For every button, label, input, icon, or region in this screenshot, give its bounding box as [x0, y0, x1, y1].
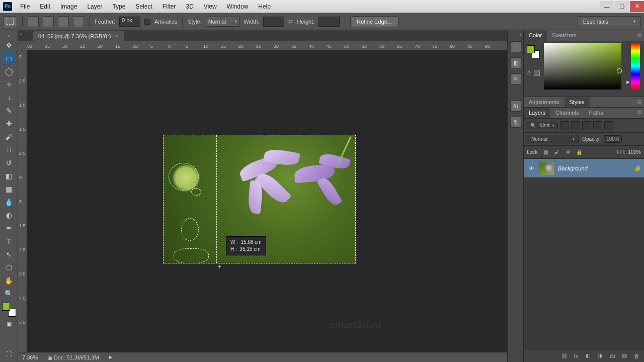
- stamp-tool-icon[interactable]: ⎍: [3, 144, 15, 156]
- toolbox-collapse-icon[interactable]: »: [0, 33, 18, 38]
- layer-visibility-icon[interactable]: 👁: [527, 165, 535, 171]
- hue-slider[interactable]: [631, 43, 640, 89]
- layers-empty-area[interactable]: [524, 178, 644, 349]
- menu-edit[interactable]: Edit: [35, 1, 55, 12]
- style-select[interactable]: Normal: [206, 17, 239, 27]
- character-panel-icon[interactable]: A|: [510, 101, 521, 112]
- opacity-input[interactable]: 100%: [604, 135, 622, 143]
- dock-expand-icon[interactable]: ◂: [519, 32, 521, 37]
- status-menu-icon[interactable]: ▶: [109, 355, 112, 359]
- history-brush-tool-icon[interactable]: ↺: [3, 157, 15, 169]
- fill-input[interactable]: 100%: [628, 149, 641, 155]
- menu-select[interactable]: Select: [130, 1, 157, 12]
- foreground-color-swatch[interactable]: [527, 45, 535, 53]
- ruler-horizontal[interactable]: 6035302520151050510152025303540455055606…: [18, 41, 507, 50]
- dock-collapse-icon[interactable]: «: [20, 32, 22, 37]
- layer-fx-icon[interactable]: fx: [572, 351, 581, 360]
- path-selection-tool-icon[interactable]: ↖: [3, 248, 15, 260]
- lock-all-icon[interactable]: 🔒: [575, 148, 583, 156]
- menu-help[interactable]: Help: [253, 1, 276, 12]
- color-swatch-pair[interactable]: [527, 45, 540, 58]
- tab-color[interactable]: Color: [524, 30, 547, 41]
- gamut-warning-icon[interactable]: ⚠: [527, 69, 540, 76]
- width-input[interactable]: [263, 17, 284, 27]
- blend-mode-select[interactable]: Normal: [527, 135, 579, 143]
- blur-tool-icon[interactable]: 💧: [3, 196, 15, 208]
- layer-group-icon[interactable]: 🗀: [608, 351, 617, 360]
- filter-shape-icon[interactable]: [593, 121, 602, 130]
- layer-mask-icon[interactable]: ◐: [584, 351, 593, 360]
- filter-type-icon[interactable]: [582, 121, 591, 130]
- marquee-tool-icon[interactable]: ▭: [3, 52, 15, 64]
- window-close-button[interactable]: ✕: [630, 1, 644, 12]
- workspace-select[interactable]: Essentials: [578, 16, 641, 27]
- zoom-tool-icon[interactable]: 🔍: [3, 288, 15, 300]
- layer-row[interactable]: 👁 Background 🔒: [524, 159, 644, 178]
- magic-wand-tool-icon[interactable]: ✧: [3, 78, 15, 90]
- window-maximize-button[interactable]: ▢: [615, 1, 629, 12]
- filter-smart-icon[interactable]: [604, 121, 613, 130]
- layer-lock-icon[interactable]: 🔒: [634, 165, 641, 171]
- canvas[interactable]: W : 15,08 cm H : 35,15 cm + smart2d.ru: [27, 50, 507, 352]
- pen-tool-icon[interactable]: ✒: [3, 222, 15, 234]
- link-layers-icon[interactable]: ⛓: [559, 351, 569, 360]
- move-tool-icon[interactable]: ✥: [3, 39, 15, 51]
- selection-subtract-icon[interactable]: [58, 16, 69, 27]
- layer-name[interactable]: Background: [558, 165, 588, 171]
- delete-layer-icon[interactable]: 🗑: [632, 351, 641, 360]
- ruler-vertical[interactable]: 52 51 51 52 5051 52 53 54 55 5: [18, 50, 27, 352]
- filter-pixel-icon[interactable]: [560, 121, 569, 130]
- menu-view[interactable]: View: [199, 1, 222, 12]
- adjustment-layer-icon[interactable]: ◑: [596, 351, 605, 360]
- foreground-background-colors[interactable]: [2, 303, 16, 317]
- swap-wh-icon[interactable]: ⇄: [288, 18, 293, 25]
- menu-3d[interactable]: 3D: [181, 1, 198, 12]
- tab-adjustments[interactable]: Adjustments: [524, 97, 565, 107]
- current-tool-icon[interactable]: [3, 16, 17, 27]
- gradient-tool-icon[interactable]: ▦: [3, 183, 15, 195]
- layer-thumbnail[interactable]: [539, 162, 554, 175]
- properties-panel-icon[interactable]: ◧: [510, 57, 521, 68]
- new-layer-icon[interactable]: ▤: [620, 351, 629, 360]
- healing-tool-icon[interactable]: ✚: [3, 118, 15, 130]
- type-tool-icon[interactable]: T: [3, 235, 15, 247]
- crop-tool-icon[interactable]: ⟂: [3, 92, 15, 104]
- brush-tool-icon[interactable]: 🖌: [3, 131, 15, 143]
- foreground-color-swatch[interactable]: [2, 303, 10, 311]
- shape-tool-icon[interactable]: ⬡: [3, 261, 15, 274]
- hand-tool-icon[interactable]: ✋: [3, 275, 15, 287]
- filter-adjustment-icon[interactable]: [571, 121, 580, 130]
- selection-add-icon[interactable]: [43, 16, 54, 27]
- lock-transparency-icon[interactable]: ▦: [542, 148, 550, 156]
- menu-file[interactable]: File: [15, 1, 35, 12]
- menu-layer[interactable]: Layer: [82, 1, 107, 12]
- close-tab-icon[interactable]: ✕: [115, 34, 119, 39]
- eyedropper-tool-icon[interactable]: ✎: [3, 105, 15, 117]
- document-tab[interactable]: 04_09.jpg @ 7.36% (RGB/8*) ✕: [33, 31, 124, 41]
- tab-layers[interactable]: Layers: [524, 108, 550, 118]
- lock-pixels-icon[interactable]: 🖌: [553, 148, 561, 156]
- menu-window[interactable]: Window: [222, 1, 254, 12]
- panel-menu-icon[interactable]: ▤: [637, 99, 642, 104]
- feather-input[interactable]: 0 px: [119, 17, 140, 27]
- eraser-tool-icon[interactable]: ◧: [3, 170, 15, 182]
- document-size[interactable]: ▣ Doc: 51,3M/51,3M: [48, 354, 99, 360]
- dodge-tool-icon[interactable]: ◐: [3, 209, 15, 221]
- quick-mask-icon[interactable]: ▣: [3, 318, 15, 330]
- tab-paths[interactable]: Paths: [584, 108, 608, 118]
- tab-channels[interactable]: Channels: [550, 108, 584, 118]
- screen-mode-icon[interactable]: ⛶: [3, 348, 15, 360]
- tab-styles[interactable]: Styles: [565, 97, 590, 107]
- lock-position-icon[interactable]: ✥: [564, 148, 572, 156]
- brush-panel-icon[interactable]: ✎: [510, 73, 521, 84]
- paragraph-panel-icon[interactable]: ¶: [510, 117, 521, 128]
- panel-menu-icon[interactable]: ▤: [637, 32, 642, 37]
- antialias-checkbox[interactable]: [144, 19, 150, 25]
- color-field[interactable]: [544, 43, 621, 89]
- selection-intersect-icon[interactable]: [73, 16, 84, 27]
- history-panel-icon[interactable]: ≡: [510, 41, 521, 52]
- menu-type[interactable]: Type: [107, 1, 130, 12]
- menu-filter[interactable]: Filter: [157, 1, 181, 12]
- window-minimize-button[interactable]: —: [600, 1, 614, 12]
- refine-edge-button[interactable]: Refine Edge...: [350, 16, 398, 27]
